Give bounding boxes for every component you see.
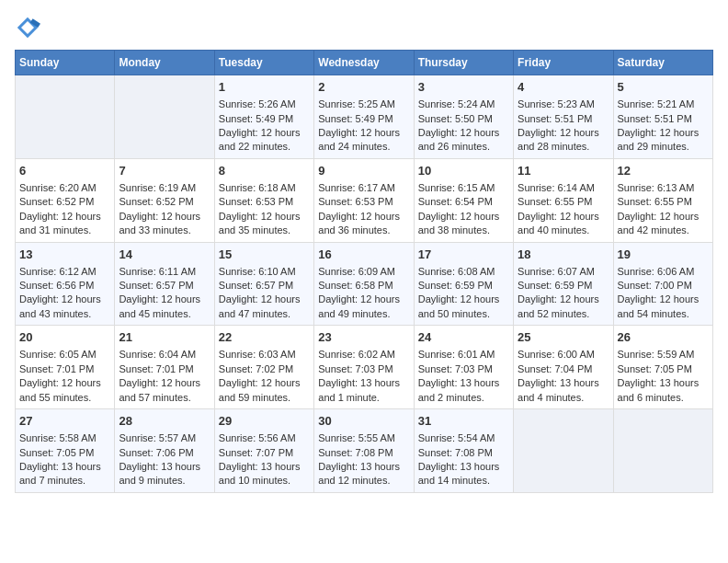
sunset-text: Sunset: 7:00 PM	[618, 279, 709, 293]
sunset-text: Sunset: 7:01 PM	[119, 362, 210, 376]
header-day-sunday: Sunday	[16, 51, 115, 75]
sunrise-text: Sunrise: 6:05 AM	[19, 348, 110, 362]
header-day-thursday: Thursday	[414, 51, 513, 75]
daylight-text: Daylight: 13 hours and 1 minute.	[318, 376, 409, 405]
header-day-monday: Monday	[115, 51, 214, 75]
sunrise-text: Sunrise: 6:19 AM	[119, 181, 210, 195]
daylight-text: Daylight: 12 hours and 49 minutes.	[318, 293, 409, 321]
day-number: 13	[19, 247, 110, 263]
day-cell	[613, 409, 712, 493]
daylight-text: Daylight: 13 hours and 4 minutes.	[518, 376, 609, 405]
sunrise-text: Sunrise: 6:09 AM	[318, 265, 409, 279]
sunset-text: Sunset: 7:05 PM	[19, 446, 110, 460]
sunset-text: Sunset: 7:02 PM	[219, 362, 310, 376]
day-number: 28	[119, 413, 210, 430]
sunset-text: Sunset: 6:59 PM	[518, 279, 609, 293]
day-cell: 9Sunrise: 6:17 AMSunset: 6:53 PMDaylight…	[314, 158, 414, 242]
day-number: 11	[518, 163, 609, 179]
day-cell: 31Sunrise: 5:54 AMSunset: 7:08 PMDayligh…	[414, 409, 513, 493]
sunrise-text: Sunrise: 6:02 AM	[318, 348, 409, 362]
header-area	[15, 15, 713, 40]
day-cell: 16Sunrise: 6:09 AMSunset: 6:58 PMDayligh…	[314, 242, 414, 326]
daylight-text: Daylight: 13 hours and 10 minutes.	[219, 460, 310, 488]
daylight-text: Daylight: 12 hours and 22 minutes.	[219, 126, 310, 155]
day-cell: 10Sunrise: 6:15 AMSunset: 6:54 PMDayligh…	[414, 158, 513, 242]
daylight-text: Daylight: 12 hours and 43 minutes.	[19, 293, 110, 321]
sunset-text: Sunset: 7:08 PM	[318, 446, 409, 460]
sunset-text: Sunset: 6:57 PM	[219, 279, 310, 293]
day-number: 5	[618, 79, 709, 96]
day-number: 27	[19, 413, 110, 430]
day-number: 10	[418, 163, 509, 179]
daylight-text: Daylight: 12 hours and 35 minutes.	[219, 210, 310, 238]
sunrise-text: Sunrise: 6:00 AM	[518, 348, 609, 362]
daylight-text: Daylight: 12 hours and 55 minutes.	[19, 376, 110, 405]
sunrise-text: Sunrise: 6:14 AM	[518, 181, 609, 195]
sunrise-text: Sunrise: 6:17 AM	[318, 181, 409, 195]
week-row-5: 27Sunrise: 5:58 AMSunset: 7:05 PMDayligh…	[16, 409, 713, 493]
sunset-text: Sunset: 7:06 PM	[119, 446, 210, 460]
day-cell: 18Sunrise: 6:07 AMSunset: 6:59 PMDayligh…	[514, 242, 613, 326]
sunrise-text: Sunrise: 6:01 AM	[418, 348, 509, 362]
day-cell: 29Sunrise: 5:56 AMSunset: 7:07 PMDayligh…	[214, 409, 313, 493]
sunset-text: Sunset: 6:53 PM	[219, 195, 310, 209]
sunset-text: Sunset: 6:52 PM	[19, 195, 110, 209]
day-cell: 5Sunrise: 5:21 AMSunset: 5:51 PMDaylight…	[613, 75, 712, 159]
daylight-text: Daylight: 13 hours and 6 minutes.	[618, 376, 709, 405]
week-row-3: 13Sunrise: 6:12 AMSunset: 6:56 PMDayligh…	[16, 242, 713, 326]
daylight-text: Daylight: 12 hours and 42 minutes.	[618, 210, 709, 238]
day-number: 22	[219, 329, 310, 346]
day-cell	[115, 75, 214, 159]
sunrise-text: Sunrise: 6:20 AM	[19, 181, 110, 195]
sunset-text: Sunset: 7:07 PM	[219, 446, 310, 460]
daylight-text: Daylight: 12 hours and 33 minutes.	[119, 210, 210, 238]
sunset-text: Sunset: 5:50 PM	[418, 112, 509, 126]
sunset-text: Sunset: 6:59 PM	[418, 279, 509, 293]
day-number: 17	[418, 247, 509, 263]
day-cell: 20Sunrise: 6:05 AMSunset: 7:01 PMDayligh…	[16, 326, 115, 409]
day-cell: 13Sunrise: 6:12 AMSunset: 6:56 PMDayligh…	[16, 242, 115, 326]
sunrise-text: Sunrise: 6:18 AM	[219, 181, 310, 195]
day-number: 23	[318, 329, 409, 346]
sunrise-text: Sunrise: 5:54 AM	[418, 431, 509, 445]
day-number: 30	[318, 413, 409, 430]
sunset-text: Sunset: 7:03 PM	[418, 362, 509, 376]
day-cell: 1Sunrise: 5:26 AMSunset: 5:49 PMDaylight…	[214, 75, 313, 159]
day-cell: 23Sunrise: 6:02 AMSunset: 7:03 PMDayligh…	[314, 326, 414, 409]
sunrise-text: Sunrise: 6:08 AM	[418, 265, 509, 279]
sunrise-text: Sunrise: 5:58 AM	[19, 431, 110, 445]
daylight-text: Daylight: 12 hours and 50 minutes.	[418, 293, 509, 321]
day-number: 8	[219, 163, 310, 179]
day-cell: 22Sunrise: 6:03 AMSunset: 7:02 PMDayligh…	[214, 326, 313, 409]
day-number: 14	[119, 247, 210, 263]
day-number: 31	[418, 413, 509, 430]
header-row: SundayMondayTuesdayWednesdayThursdayFrid…	[16, 51, 713, 75]
header-day-saturday: Saturday	[613, 51, 712, 75]
sunset-text: Sunset: 7:08 PM	[418, 446, 509, 460]
day-cell	[514, 409, 613, 493]
calendar-table: SundayMondayTuesdayWednesdayThursdayFrid…	[15, 50, 713, 493]
day-cell: 19Sunrise: 6:06 AMSunset: 7:00 PMDayligh…	[613, 242, 712, 326]
sunrise-text: Sunrise: 5:26 AM	[219, 98, 310, 111]
sunrise-text: Sunrise: 5:59 AM	[618, 348, 709, 362]
sunset-text: Sunset: 7:01 PM	[19, 362, 110, 376]
daylight-text: Daylight: 13 hours and 7 minutes.	[19, 460, 110, 488]
header-day-wednesday: Wednesday	[314, 51, 414, 75]
sunset-text: Sunset: 6:53 PM	[318, 195, 409, 209]
sunrise-text: Sunrise: 6:06 AM	[618, 265, 709, 279]
daylight-text: Daylight: 12 hours and 36 minutes.	[318, 210, 409, 238]
daylight-text: Daylight: 12 hours and 54 minutes.	[618, 293, 709, 321]
sunrise-text: Sunrise: 5:25 AM	[318, 98, 409, 111]
day-number: 18	[518, 247, 609, 263]
day-number: 9	[318, 163, 409, 179]
daylight-text: Daylight: 12 hours and 52 minutes.	[518, 293, 609, 321]
sunset-text: Sunset: 6:58 PM	[318, 279, 409, 293]
sunset-text: Sunset: 5:51 PM	[618, 112, 709, 126]
day-cell: 14Sunrise: 6:11 AMSunset: 6:57 PMDayligh…	[115, 242, 214, 326]
day-cell: 25Sunrise: 6:00 AMSunset: 7:04 PMDayligh…	[514, 326, 613, 409]
day-number: 21	[119, 329, 210, 346]
daylight-text: Daylight: 12 hours and 47 minutes.	[219, 293, 310, 321]
day-number: 15	[219, 247, 310, 263]
day-number: 3	[418, 79, 509, 96]
day-number: 12	[618, 163, 709, 179]
